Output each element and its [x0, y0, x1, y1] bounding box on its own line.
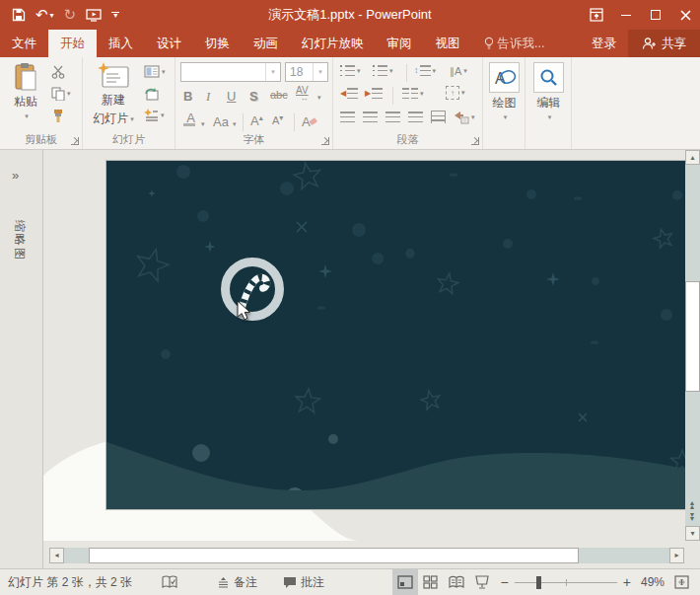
change-case-button[interactable]: Aa [213, 114, 229, 129]
line-spacing-button[interactable]: ↕▾ [414, 65, 436, 76]
font-name-combo[interactable]: ▾ [180, 62, 281, 82]
zoom-slider[interactable] [515, 576, 617, 589]
tab-home[interactable]: 开始 [48, 30, 97, 57]
distribute-button[interactable] [431, 111, 446, 123]
increase-indent-button[interactable]: ▶ [365, 88, 383, 99]
text-direction-dropdown[interactable]: ▾ [463, 67, 467, 75]
align-left-button[interactable] [340, 112, 355, 122]
redo-button[interactable]: ↻ [64, 6, 77, 24]
paste-dropdown[interactable]: ▾ [25, 112, 29, 120]
start-slideshow-icon[interactable] [86, 9, 102, 22]
spellcheck-indicator[interactable] [154, 569, 185, 595]
bullets-button[interactable]: ▾ [340, 65, 361, 76]
tab-slideshow[interactable]: 幻灯片放映 [290, 30, 376, 57]
tab-view[interactable]: 视图 [424, 30, 472, 57]
zoom-in-button[interactable]: + [623, 575, 631, 589]
font-size-dropdown-icon[interactable]: ▾ [313, 63, 327, 81]
sign-in-button[interactable]: 登录 [580, 30, 628, 57]
vertical-scroll-thumb[interactable] [685, 281, 700, 392]
bullets-dropdown[interactable]: ▾ [357, 67, 361, 75]
scroll-right-button[interactable]: ▸ [669, 548, 684, 563]
paste-button[interactable]: 粘贴 ▾ [8, 62, 43, 120]
ribbon-display-options-icon[interactable] [582, 0, 611, 30]
tab-file[interactable]: 文件 [0, 30, 48, 57]
strikethrough-button[interactable]: abc [270, 89, 288, 101]
bold-button[interactable]: B [183, 89, 192, 104]
clipboard-dialog-launcher[interactable] [71, 137, 79, 145]
slide-sorter-view-button[interactable] [418, 569, 444, 595]
line-spacing-dropdown[interactable]: ▾ [433, 67, 437, 75]
italic-button[interactable]: I [206, 89, 210, 105]
expand-pane-icon[interactable]: » [12, 168, 19, 183]
editing-button[interactable]: 编辑 ▾ [532, 62, 565, 121]
character-spacing-dropdown[interactable]: ▾ [317, 94, 321, 102]
grow-font-button[interactable]: A▴ [250, 113, 263, 128]
tab-review[interactable]: 审阅 [376, 30, 424, 57]
copy-dropdown[interactable]: ▾ [67, 90, 71, 98]
share-button[interactable]: 共享 [628, 30, 700, 57]
columns-dropdown[interactable]: ▾ [420, 90, 424, 98]
tab-insert[interactable]: 插入 [97, 30, 145, 57]
zoom-out-button[interactable]: − [501, 575, 509, 589]
new-slide-dropdown[interactable]: ▾ [130, 115, 134, 123]
numbering-button[interactable]: ▾ [373, 65, 393, 76]
character-spacing-button[interactable]: AV↔ [296, 87, 309, 103]
font-color-button[interactable]: A [183, 112, 195, 126]
font-size-combo[interactable]: 18 ▾ [285, 62, 328, 82]
text-shadow-button[interactable]: S [249, 89, 258, 104]
drawing-button[interactable]: A 绘图 ▾ [488, 62, 521, 121]
justify-button[interactable] [408, 112, 423, 122]
horizontal-scrollbar[interactable] [64, 548, 669, 563]
vertical-scrollbar[interactable]: ▴ ▾ [685, 150, 700, 541]
font-dialog-launcher[interactable] [321, 137, 329, 145]
normal-view-button[interactable] [392, 569, 418, 595]
reading-view-button[interactable] [444, 569, 469, 595]
zoom-slider-thumb[interactable] [536, 576, 541, 589]
reset-slide-button[interactable] [144, 87, 159, 101]
next-slide-button[interactable]: ▼▼ [689, 513, 696, 521]
font-name-dropdown-icon[interactable]: ▾ [265, 63, 280, 81]
previous-slide-button[interactable]: ▲▲ [689, 501, 696, 509]
layout-dropdown[interactable]: ▾ [162, 68, 166, 76]
align-text-dropdown[interactable]: ▾ [461, 89, 465, 97]
slideshow-view-button[interactable] [469, 569, 495, 595]
columns-button[interactable]: ▾ [402, 88, 424, 99]
tab-transitions[interactable]: 切换 [193, 30, 242, 57]
drawing-dropdown[interactable]: ▾ [504, 113, 508, 121]
fit-slide-to-window-button[interactable] [668, 569, 694, 595]
smartart-convert-button[interactable]: ▾ [454, 111, 475, 124]
shrink-font-button[interactable]: A▾ [272, 113, 283, 126]
zoom-percentage[interactable]: 49% [637, 575, 668, 589]
numbering-dropdown[interactable]: ▾ [389, 67, 393, 75]
align-center-button[interactable] [363, 112, 378, 122]
align-right-button[interactable] [385, 112, 400, 122]
minimize-button[interactable] [611, 0, 641, 30]
paragraph-dialog-launcher[interactable] [471, 137, 479, 145]
maximize-button[interactable] [641, 0, 670, 30]
text-direction-button[interactable]: ∥A▾ [450, 65, 467, 77]
section-dropdown[interactable]: ▾ [161, 112, 165, 119]
cut-button[interactable] [51, 65, 66, 79]
format-painter-button[interactable] [51, 109, 65, 123]
scroll-left-button[interactable]: ◂ [49, 548, 64, 563]
undo-button[interactable]: ↶▾ [35, 6, 54, 24]
clear-formatting-button[interactable]: A [302, 114, 317, 128]
align-text-button[interactable]: ↑▾ [446, 86, 465, 100]
comments-button[interactable]: 批注 [275, 569, 332, 595]
section-button[interactable]: ▾ [144, 109, 165, 122]
new-slide-button[interactable]: 新建 幻灯片▾ [88, 62, 139, 127]
thumbnails-pane[interactable]: » 缩略图 [0, 150, 43, 568]
layout-button[interactable]: ▾ [144, 65, 166, 78]
save-icon[interactable] [12, 8, 26, 22]
tell-me-box[interactable]: 告诉我... [472, 30, 557, 57]
scroll-up-button[interactable]: ▴ [685, 150, 700, 165]
tab-animations[interactable]: 动画 [242, 30, 290, 57]
notes-button[interactable]: 备注 [209, 569, 265, 595]
slide-number-indicator[interactable]: 幻灯片 第 2 张，共 2 张 [0, 569, 140, 595]
change-case-dropdown[interactable]: ▾ [233, 120, 237, 128]
scroll-down-button[interactable]: ▾ [685, 526, 700, 541]
font-color-dropdown[interactable]: ▾ [201, 120, 205, 128]
editing-dropdown[interactable]: ▾ [548, 113, 552, 121]
horizontal-scroll-thumb[interactable] [89, 548, 579, 563]
copy-button[interactable]: ▾ [51, 87, 71, 101]
